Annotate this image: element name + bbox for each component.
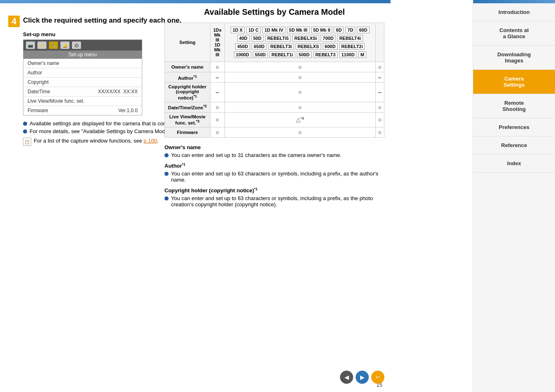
model-1100d: 1100D bbox=[339, 51, 356, 58]
sidebar-item-index[interactable]: Index bbox=[473, 154, 555, 173]
col2-firmware: ○ bbox=[224, 127, 375, 137]
note-icon: 📋 bbox=[23, 138, 31, 146]
desc-bullet-dot-1 bbox=[164, 153, 169, 157]
setup-menu-image: 📷 ⚡ 🔧 🔔 ⏻ Set-up menu Owner's name Autho… bbox=[23, 39, 142, 115]
model-1dc: 1D C bbox=[246, 27, 261, 33]
menu-row-owners-name: Owner's name bbox=[23, 59, 142, 68]
model-700d: 700D bbox=[321, 35, 335, 42]
col2-datetime: ○ bbox=[224, 102, 375, 112]
bottom-nav: ◀ ▶ ↩ bbox=[340, 371, 384, 384]
col3-liveview: ○ bbox=[375, 112, 384, 127]
note-link[interactable]: p.100 bbox=[143, 138, 157, 144]
col2-owners-name: ○ bbox=[224, 62, 375, 72]
col3-copyright: – bbox=[375, 83, 384, 102]
tab-settings-active[interactable]: 🔧 bbox=[49, 42, 58, 49]
top-bar bbox=[0, 0, 391, 3]
col2-copyright: ○ bbox=[224, 83, 375, 102]
model-550d: 550D bbox=[253, 51, 268, 58]
row-datetime: Date/Time/Zone*2 ○ ○ ○ bbox=[165, 102, 384, 112]
step-title: Click the required setting and specify e… bbox=[23, 16, 181, 25]
model-rebelt3: REBELT3 bbox=[313, 51, 338, 58]
model-1dx: 1D X bbox=[231, 27, 245, 33]
model-rebelt3i: REBELT3i bbox=[268, 43, 294, 50]
camera-table: Setting 1Ds Mk III1D Mk III 1D X 1D C 1D… bbox=[164, 23, 384, 138]
row-author: Author*1 – ○ – bbox=[165, 72, 384, 83]
desc-author-bullet: You can enter and set up to 63 character… bbox=[164, 171, 384, 183]
sidebar-item-reference[interactable]: Reference bbox=[473, 136, 555, 154]
col1-copyright: – bbox=[210, 83, 224, 102]
menu-row-copyright: Copyright bbox=[23, 78, 142, 87]
tab-power[interactable]: ⏻ bbox=[72, 42, 81, 49]
model-m: M bbox=[358, 51, 366, 58]
sidebar-item-preferences[interactable]: Preferences bbox=[473, 118, 555, 136]
menu-row-firmware: Firmware Ver.1.0.0 bbox=[23, 106, 142, 115]
th-col1: 1Ds Mk III1D Mk III bbox=[210, 23, 224, 62]
col1-liveview: ○ bbox=[210, 112, 224, 127]
setting-datetime: Date/Time/Zone*2 bbox=[165, 102, 210, 112]
desc-bullet-dot-2 bbox=[164, 172, 169, 176]
row-firmware: Firmware ○ ○ ○ bbox=[165, 127, 384, 137]
setting-owners-name: Owner's name bbox=[165, 62, 210, 72]
step-number: 4 bbox=[8, 16, 20, 27]
sidebar-top-bar bbox=[473, 0, 555, 3]
model-5dmkiii: 5D Mk III bbox=[287, 27, 310, 33]
desc-author-title: Author*1 bbox=[164, 162, 384, 169]
col2-author: ○ bbox=[224, 72, 375, 83]
col3-firmware: ○ bbox=[375, 127, 384, 137]
right-sidebar: Introduction Contents ata Glance Downloa… bbox=[473, 0, 555, 392]
col1-author: – bbox=[210, 72, 224, 83]
model-1000d: 1000D bbox=[234, 51, 251, 58]
desc-owners-name-title: Owner's name bbox=[164, 144, 384, 150]
model-60d: 60D bbox=[357, 27, 369, 33]
model-rebelt4i: REBELT4i bbox=[337, 35, 363, 42]
model-rebelxsi: REBELXSi bbox=[292, 35, 319, 42]
model-1dmkiv: 1D Mk IV bbox=[262, 27, 285, 33]
col3-datetime: ○ bbox=[375, 102, 384, 112]
next-button[interactable]: ▶ bbox=[356, 371, 369, 384]
menu-tab-bar: 📷 ⚡ 🔧 🔔 ⏻ bbox=[23, 40, 142, 51]
desc-bullet-dot-3 bbox=[164, 196, 169, 201]
sidebar-item-contents[interactable]: Contents ata Glance bbox=[473, 21, 555, 46]
main-content: 4 Click the required setting and specify… bbox=[0, 0, 473, 392]
col2-liveview: △*4 bbox=[224, 112, 375, 127]
setting-author: Author*1 bbox=[165, 72, 210, 83]
sidebar-item-downloading[interactable]: DownloadingImages bbox=[473, 46, 555, 70]
row-copyright: Copyright holder(copyright notice)*1 – ○… bbox=[165, 83, 384, 102]
model-rebelti5: REBELTi5 bbox=[265, 35, 291, 42]
sidebar-item-remote-shooting[interactable]: RemoteShooting bbox=[473, 94, 555, 118]
sidebar-item-camera-settings[interactable]: CameraSettings bbox=[473, 70, 555, 94]
desc-owners-name-bullet: You can enter and set up to 31 character… bbox=[164, 152, 384, 158]
col1-owners-name: ○ bbox=[210, 62, 224, 72]
menu-title: Set-up menu bbox=[23, 51, 142, 59]
table-section: Available Settings by Camera Model Setti… bbox=[164, 7, 384, 209]
col1-datetime: ○ bbox=[210, 102, 224, 112]
menu-row-author: Author bbox=[23, 68, 142, 78]
col1-firmware: ○ bbox=[210, 127, 224, 137]
tab-flash[interactable]: ⚡ bbox=[37, 42, 46, 49]
desc-section: Owner's name You can enter and set up to… bbox=[164, 144, 384, 208]
bullet-dot-2 bbox=[23, 129, 27, 134]
tab-bell[interactable]: 🔔 bbox=[60, 42, 69, 49]
th-col3 bbox=[375, 23, 384, 62]
bullet-dot-1 bbox=[23, 122, 27, 126]
desc-copyright-title: Copyright holder (copyright notice)*1 bbox=[164, 187, 384, 194]
row-liveview: Live View/Movie func. set.*3 ○ △*4 ○ bbox=[165, 112, 384, 127]
model-rebelt1i: REBELT1i bbox=[269, 51, 295, 58]
model-6d: 6D bbox=[334, 27, 344, 33]
home-button[interactable]: ↩ bbox=[371, 371, 384, 384]
th-setting: Setting bbox=[165, 23, 210, 62]
table-title: Available Settings by Camera Model bbox=[164, 7, 384, 17]
model-650d: 650D bbox=[252, 43, 266, 50]
model-50d: 50D bbox=[251, 35, 264, 42]
menu-row-liveview: Live View/Movie func. set. bbox=[23, 97, 142, 106]
desc-copyright-bullet: You can enter and set up to 63 character… bbox=[164, 195, 384, 208]
model-rebelxs: REBELXS bbox=[296, 43, 321, 50]
prev-button[interactable]: ◀ bbox=[340, 371, 353, 384]
tab-camera[interactable]: 📷 bbox=[26, 42, 35, 49]
sidebar-item-introduction[interactable]: Introduction bbox=[473, 3, 555, 21]
model-600d: 600D bbox=[323, 43, 338, 50]
col3-author: – bbox=[375, 72, 384, 83]
model-rebelt2i: REBELT2i bbox=[339, 43, 365, 50]
setting-copyright: Copyright holder(copyright notice)*1 bbox=[165, 83, 210, 102]
model-40d: 40D bbox=[237, 35, 250, 42]
